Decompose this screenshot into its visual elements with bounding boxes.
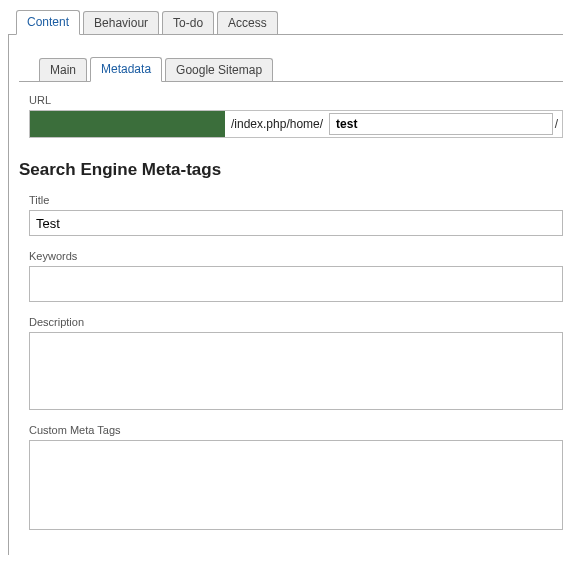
secondary-tabs: Main Metadata Google Sitemap [19, 55, 563, 82]
section-heading: Search Engine Meta-tags [19, 160, 563, 180]
url-row: /index.php/home/ / [29, 110, 563, 138]
url-label: URL [29, 94, 563, 106]
tab-access[interactable]: Access [217, 11, 278, 34]
url-trail: / [553, 117, 562, 131]
url-slug-input[interactable] [329, 113, 553, 135]
keywords-label: Keywords [29, 250, 563, 262]
tab-google-sitemap[interactable]: Google Sitemap [165, 58, 273, 81]
title-label: Title [29, 194, 563, 206]
tab-content[interactable]: Content [16, 10, 80, 35]
tab-metadata[interactable]: Metadata [90, 57, 162, 82]
tab-todo[interactable]: To-do [162, 11, 214, 34]
url-path: /index.php/home/ [225, 117, 329, 131]
url-domain-redacted [30, 111, 225, 137]
tab-main[interactable]: Main [39, 58, 87, 81]
tab-behaviour[interactable]: Behaviour [83, 11, 159, 34]
custom-meta-label: Custom Meta Tags [29, 424, 563, 436]
description-label: Description [29, 316, 563, 328]
custom-meta-input[interactable] [29, 440, 563, 530]
description-input[interactable] [29, 332, 563, 410]
keywords-input[interactable] [29, 266, 563, 302]
primary-tabs: Content Behaviour To-do Access [8, 8, 563, 35]
title-input[interactable] [29, 210, 563, 236]
